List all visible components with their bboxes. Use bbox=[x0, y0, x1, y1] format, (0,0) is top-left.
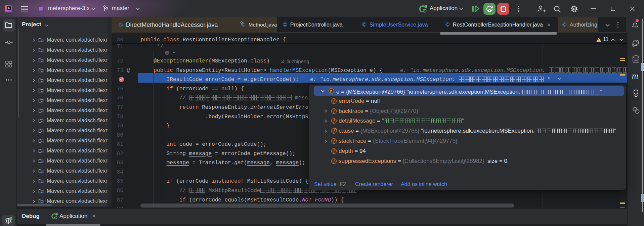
svg-text:p: p bbox=[330, 89, 332, 93]
